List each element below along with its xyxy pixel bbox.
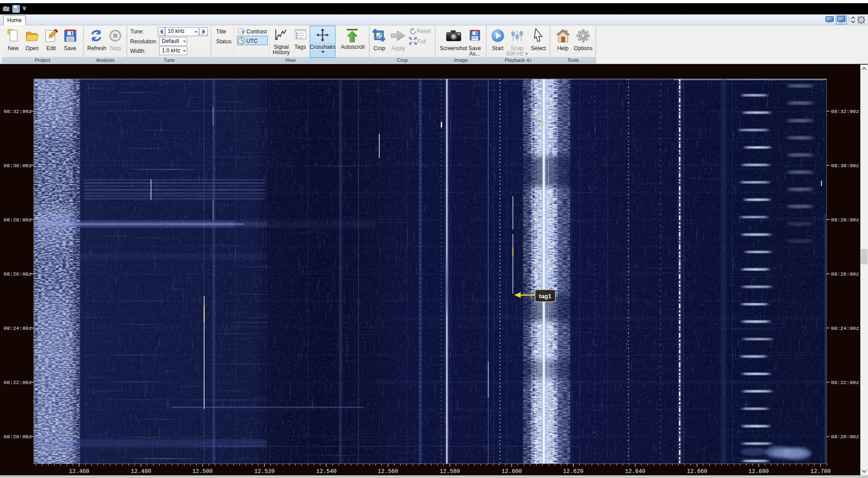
- svg-text:08:20:00z: 08:20:00z: [831, 434, 859, 440]
- svg-text:12.600: 12.600: [501, 469, 522, 475]
- svg-text:12.500: 12.500: [192, 469, 212, 475]
- svg-text:08:28:00z: 08:28:00z: [4, 217, 32, 223]
- svg-text:08:22:00z: 08:22:00z: [4, 380, 32, 385]
- svg-text:08:22:00z: 08:22:00z: [831, 380, 859, 385]
- svg-text:08:24:00z: 08:24:00z: [4, 325, 32, 331]
- svg-text:12.680: 12.680: [748, 469, 769, 475]
- svg-text:12.520: 12.520: [254, 469, 274, 475]
- svg-text:08:30:00z: 08:30:00z: [4, 163, 32, 169]
- svg-text:08:26:00z: 08:26:00z: [831, 271, 859, 277]
- svg-text:08:30:00z: 08:30:00z: [831, 163, 859, 169]
- svg-text:08:32:00z: 08:32:00z: [4, 108, 32, 114]
- svg-text:12.700: 12.700: [810, 469, 830, 475]
- svg-text:12.480: 12.480: [131, 469, 151, 475]
- svg-text:12.640: 12.640: [625, 469, 645, 475]
- svg-text:12.620: 12.620: [563, 469, 583, 475]
- svg-text:12.660: 12.660: [687, 469, 707, 475]
- svg-text:08:24:00z: 08:24:00z: [831, 325, 859, 331]
- svg-text:12.560: 12.560: [377, 469, 398, 475]
- svg-text:12.460: 12.460: [69, 469, 89, 475]
- svg-text:12.540: 12.540: [316, 469, 336, 475]
- svg-text:08:28:00z: 08:28:00z: [831, 217, 859, 223]
- svg-text:tag1: tag1: [539, 293, 552, 300]
- svg-text:08:20:00z: 08:20:00z: [4, 434, 32, 440]
- svg-text:12.580: 12.580: [439, 469, 460, 475]
- svg-text:08:26:00z: 08:26:00z: [4, 271, 32, 277]
- svg-text:08:32:00z: 08:32:00z: [831, 108, 859, 114]
